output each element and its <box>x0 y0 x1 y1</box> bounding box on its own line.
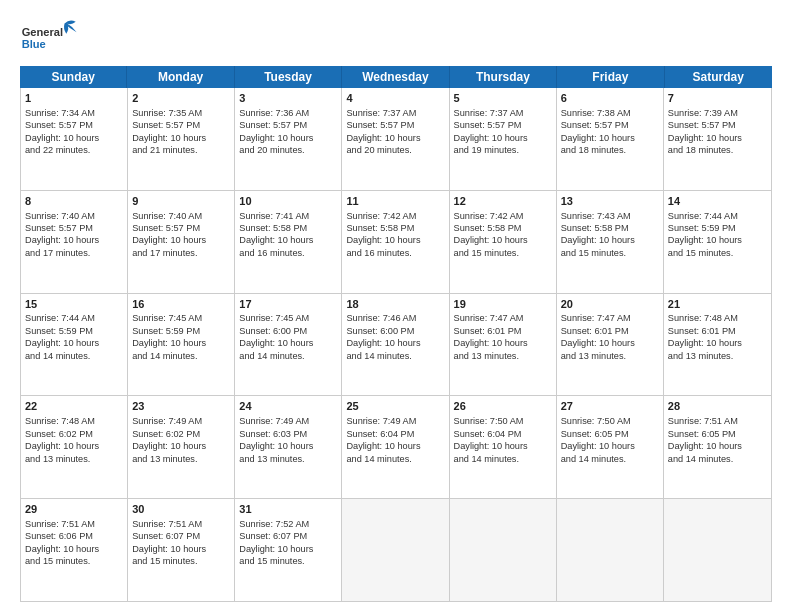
day-number: 9 <box>132 194 230 209</box>
sunrise-text: Sunrise: 7:48 AM <box>668 313 738 323</box>
cal-cell: 26Sunrise: 7:50 AMSunset: 6:04 PMDayligh… <box>450 396 557 498</box>
day-number: 18 <box>346 297 444 312</box>
sunset-text: Sunset: 6:01 PM <box>454 326 522 336</box>
sunset-text: Sunset: 6:07 PM <box>132 531 200 541</box>
calendar-header: SundayMondayTuesdayWednesdayThursdayFrid… <box>20 66 772 88</box>
daylight-text: Daylight: 10 hoursand 17 minutes. <box>25 235 99 257</box>
day-number: 13 <box>561 194 659 209</box>
daylight-text: Daylight: 10 hoursand 15 minutes. <box>132 544 206 566</box>
sunset-text: Sunset: 6:00 PM <box>346 326 414 336</box>
daylight-text: Daylight: 10 hoursand 22 minutes. <box>25 133 99 155</box>
svg-text:Blue: Blue <box>22 38 46 50</box>
day-number: 30 <box>132 502 230 517</box>
cal-cell: 5Sunrise: 7:37 AMSunset: 5:57 PMDaylight… <box>450 88 557 190</box>
daylight-text: Daylight: 10 hoursand 13 minutes. <box>25 441 99 463</box>
daylight-text: Daylight: 10 hoursand 20 minutes. <box>346 133 420 155</box>
daylight-text: Daylight: 10 hoursand 14 minutes. <box>668 441 742 463</box>
sunrise-text: Sunrise: 7:51 AM <box>132 519 202 529</box>
day-of-week-friday: Friday <box>557 66 664 88</box>
sunrise-text: Sunrise: 7:37 AM <box>454 108 524 118</box>
header: General Blue <box>20 16 772 56</box>
day-number: 17 <box>239 297 337 312</box>
sunrise-text: Sunrise: 7:52 AM <box>239 519 309 529</box>
sunset-text: Sunset: 5:57 PM <box>346 120 414 130</box>
daylight-text: Daylight: 10 hoursand 13 minutes. <box>668 338 742 360</box>
day-number: 6 <box>561 91 659 106</box>
sunset-text: Sunset: 5:57 PM <box>132 223 200 233</box>
daylight-text: Daylight: 10 hoursand 15 minutes. <box>668 235 742 257</box>
sunset-text: Sunset: 6:05 PM <box>561 429 629 439</box>
sunset-text: Sunset: 6:01 PM <box>561 326 629 336</box>
sunrise-text: Sunrise: 7:41 AM <box>239 211 309 221</box>
sunset-text: Sunset: 5:58 PM <box>346 223 414 233</box>
day-number: 31 <box>239 502 337 517</box>
daylight-text: Daylight: 10 hoursand 15 minutes. <box>454 235 528 257</box>
sunset-text: Sunset: 6:06 PM <box>25 531 93 541</box>
sunrise-text: Sunrise: 7:40 AM <box>25 211 95 221</box>
cal-cell: 16Sunrise: 7:45 AMSunset: 5:59 PMDayligh… <box>128 294 235 396</box>
daylight-text: Daylight: 10 hoursand 14 minutes. <box>239 338 313 360</box>
cal-cell <box>664 499 771 601</box>
sunrise-text: Sunrise: 7:51 AM <box>668 416 738 426</box>
daylight-text: Daylight: 10 hoursand 18 minutes. <box>668 133 742 155</box>
sunrise-text: Sunrise: 7:44 AM <box>668 211 738 221</box>
daylight-text: Daylight: 10 hoursand 14 minutes. <box>132 338 206 360</box>
sunset-text: Sunset: 5:59 PM <box>668 223 736 233</box>
cal-cell: 24Sunrise: 7:49 AMSunset: 6:03 PMDayligh… <box>235 396 342 498</box>
daylight-text: Daylight: 10 hoursand 14 minutes. <box>454 441 528 463</box>
daylight-text: Daylight: 10 hoursand 16 minutes. <box>346 235 420 257</box>
cal-cell: 30Sunrise: 7:51 AMSunset: 6:07 PMDayligh… <box>128 499 235 601</box>
sunset-text: Sunset: 5:59 PM <box>132 326 200 336</box>
sunrise-text: Sunrise: 7:49 AM <box>132 416 202 426</box>
daylight-text: Daylight: 10 hoursand 14 minutes. <box>25 338 99 360</box>
day-number: 11 <box>346 194 444 209</box>
sunset-text: Sunset: 5:58 PM <box>239 223 307 233</box>
calendar-row-0: 1Sunrise: 7:34 AMSunset: 5:57 PMDaylight… <box>21 88 771 191</box>
cal-cell: 18Sunrise: 7:46 AMSunset: 6:00 PMDayligh… <box>342 294 449 396</box>
day-number: 24 <box>239 399 337 414</box>
day-of-week-tuesday: Tuesday <box>235 66 342 88</box>
cal-cell <box>342 499 449 601</box>
calendar-body: 1Sunrise: 7:34 AMSunset: 5:57 PMDaylight… <box>21 88 771 601</box>
sunset-text: Sunset: 5:57 PM <box>25 120 93 130</box>
sunset-text: Sunset: 5:58 PM <box>454 223 522 233</box>
daylight-text: Daylight: 10 hoursand 17 minutes. <box>132 235 206 257</box>
sunrise-text: Sunrise: 7:48 AM <box>25 416 95 426</box>
day-of-week-saturday: Saturday <box>665 66 772 88</box>
svg-text:General: General <box>22 26 63 38</box>
day-number: 23 <box>132 399 230 414</box>
day-number: 26 <box>454 399 552 414</box>
cal-cell: 2Sunrise: 7:35 AMSunset: 5:57 PMDaylight… <box>128 88 235 190</box>
sunrise-text: Sunrise: 7:51 AM <box>25 519 95 529</box>
sunrise-text: Sunrise: 7:42 AM <box>454 211 524 221</box>
sunset-text: Sunset: 6:04 PM <box>346 429 414 439</box>
cal-cell: 12Sunrise: 7:42 AMSunset: 5:58 PMDayligh… <box>450 191 557 293</box>
day-number: 21 <box>668 297 767 312</box>
cal-cell: 23Sunrise: 7:49 AMSunset: 6:02 PMDayligh… <box>128 396 235 498</box>
logo: General Blue <box>20 16 80 56</box>
day-of-week-sunday: Sunday <box>20 66 127 88</box>
day-number: 12 <box>454 194 552 209</box>
cal-cell: 21Sunrise: 7:48 AMSunset: 6:01 PMDayligh… <box>664 294 771 396</box>
sunset-text: Sunset: 6:01 PM <box>668 326 736 336</box>
day-number: 3 <box>239 91 337 106</box>
sunrise-text: Sunrise: 7:47 AM <box>561 313 631 323</box>
cal-cell: 1Sunrise: 7:34 AMSunset: 5:57 PMDaylight… <box>21 88 128 190</box>
cal-cell: 29Sunrise: 7:51 AMSunset: 6:06 PMDayligh… <box>21 499 128 601</box>
sunrise-text: Sunrise: 7:49 AM <box>346 416 416 426</box>
cal-cell: 17Sunrise: 7:45 AMSunset: 6:00 PMDayligh… <box>235 294 342 396</box>
sunrise-text: Sunrise: 7:36 AM <box>239 108 309 118</box>
sunset-text: Sunset: 5:57 PM <box>239 120 307 130</box>
sunset-text: Sunset: 6:00 PM <box>239 326 307 336</box>
cal-cell: 13Sunrise: 7:43 AMSunset: 5:58 PMDayligh… <box>557 191 664 293</box>
sunrise-text: Sunrise: 7:34 AM <box>25 108 95 118</box>
daylight-text: Daylight: 10 hoursand 15 minutes. <box>561 235 635 257</box>
daylight-text: Daylight: 10 hoursand 13 minutes. <box>454 338 528 360</box>
cal-cell: 28Sunrise: 7:51 AMSunset: 6:05 PMDayligh… <box>664 396 771 498</box>
day-number: 22 <box>25 399 123 414</box>
calendar: SundayMondayTuesdayWednesdayThursdayFrid… <box>20 66 772 602</box>
cal-cell: 3Sunrise: 7:36 AMSunset: 5:57 PMDaylight… <box>235 88 342 190</box>
sunset-text: Sunset: 5:57 PM <box>561 120 629 130</box>
calendar-row-2: 15Sunrise: 7:44 AMSunset: 5:59 PMDayligh… <box>21 294 771 397</box>
day-number: 14 <box>668 194 767 209</box>
